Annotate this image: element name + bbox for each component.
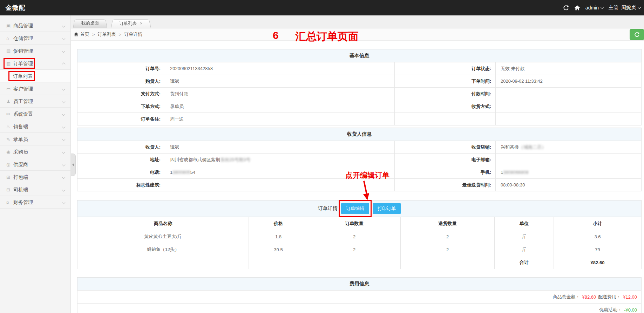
redacted-text: （城南二店） [519,144,546,150]
sidebar-item-customers[interactable]: ▭客户管理 [0,82,70,95]
info-label: 购货人: [77,75,165,88]
sidebar-item-purchaser[interactable]: ◉采购员 [0,145,70,158]
sidebar-item-supplier[interactable]: ◎供应商 [0,158,70,171]
sidebar-item-packing[interactable]: ⊞打包端 [0,171,70,183]
tab-my-desktop[interactable]: 我的桌面 [73,19,107,28]
sidebar-item-products[interactable]: ▣商品管理 [0,19,70,32]
print-order-button[interactable]: 打印订单 [373,203,401,214]
reload-page-button[interactable] [630,29,644,40]
col-header: 价格 [249,217,308,230]
sidebar-item-finance[interactable]: ¤财务管理 [0,196,70,209]
table-row: 优惠活动： -¥0.00 [77,304,642,313]
goods-total-label: 商品总金额： [553,294,580,300]
item-price: 39.5 [249,243,308,256]
redacted-text: 3800805 [172,170,190,175]
mobile-value: 13808066808 [496,166,642,179]
redacted-text: 3808066808 [503,170,528,175]
promo-label: 优惠活动： [599,307,622,313]
col-header: 商品名称 [77,217,249,230]
info-label: 手机: [395,166,496,179]
supplier-icon: ◎ [6,158,13,171]
sidebar-item-settings[interactable]: ✂系统设置 [0,108,70,120]
section-header-receiver-info: 收货人信息 [77,128,642,141]
info-label: 电话: [77,166,165,179]
receiver-info-table: 收货人: 谭斌 收货店铺: 兴和茶楼（城南二店） 地址: 四川省成都市武侯区紫荆… [77,141,642,191]
sidebar-item-warehouse[interactable]: ⌂仓储管理 [0,32,70,45]
edit-order-button[interactable]: 订单编辑 [341,203,369,214]
user-role: 主管 [609,5,618,11]
home-icon[interactable] [574,5,580,11]
sidebar-item-employees[interactable]: ♟员工管理 [0,95,70,108]
info-label [395,113,496,125]
finance-icon: ¤ [6,196,13,209]
info-label: 收货人: [77,141,165,154]
info-label: 标志性建筑: [77,179,165,191]
basic-info-table: 订单号: 20200902113342858 订单状态: 无效 未付款 购货人:… [77,62,642,125]
item-unit: 斤 [495,230,554,243]
warehouse-icon: ⌂ [6,32,13,45]
sidebar-collapse-handle[interactable] [71,154,76,176]
section-header-basic-info: 基本信息 [77,49,642,62]
item-name: 鲜鲍鱼（12头） [77,243,249,256]
breadcrumb-order-detail: 订单详情 [124,31,142,38]
orders-icon: ▥ [6,57,13,70]
breadcrumb-separator: > [92,32,95,37]
annotation-step-title: 汇总订单页面 [296,29,359,44]
sidebar-item-orders[interactable]: ▥订单管理 [0,57,70,70]
table-row: 地址: 四川省成都市武侯区紫荆东街25号附3号 电子邮箱: [77,154,642,166]
sidebar-item-promotion[interactable]: ▤促销管理 [0,45,70,57]
customers-icon: ▭ [6,83,13,95]
total-value: ¥82.60 [554,256,642,269]
tab-order-list[interactable]: 订单列表× [111,19,151,28]
topbar: 金微配 admin 主管 周婉贞 [0,0,644,15]
item-delivery-qty: 2 [401,230,495,243]
totals-row: 合计 ¥82.60 [77,256,642,269]
col-header: 送货数量 [401,217,495,230]
info-label: 下单方式: [77,100,165,113]
admin-label: admin [585,5,599,11]
annotation-edit-hint: 点开编辑订单 [345,170,389,180]
sidebar: ▣商品管理 ⌂仓储管理 ▤促销管理 ▥订单管理 订单列表 ▭客户管理 ♟员工管理… [0,15,71,313]
sidebar-item-sales[interactable]: ♨销售端 [0,120,70,133]
items-header-row: 商品名称 价格 订单数量 送货数量 单位 小计 [77,217,642,230]
annotation-step: 6 汇总订单页面 [273,29,359,44]
order-items-table: 商品名称 价格 订单数量 送货数量 单位 小计 黄皮黄心土豆大/斤 1.8 2 … [77,217,642,269]
sidebar-item-driver[interactable]: ⊟司机端 [0,183,70,196]
total-label: 合计 [495,256,554,269]
tab-close-icon[interactable]: × [140,21,143,26]
current-user-menu[interactable]: 主管 周婉贞 [609,5,640,11]
item-price: 1.8 [249,230,308,243]
sidebar-item-order-list[interactable]: 订单列表 [0,70,70,82]
info-value: 货到付款 [165,88,395,100]
breadcrumb-separator: > [119,32,122,37]
info-label: 订单备注: [77,113,165,125]
info-value [496,88,642,100]
info-value: 2020-09-02 11:33:42 [496,75,642,88]
item-name: 黄皮黄心土豆大/斤 [77,230,249,243]
sidebar-item-order-entry[interactable]: ✎录单员 [0,133,70,145]
table-row: 黄皮黄心土豆大/斤 1.8 2 2 斤 3.6 [77,230,642,243]
user-name: 周婉贞 [621,5,636,11]
table-row: 支付方式: 货到付款 付款时间: [77,88,642,100]
info-label: 地址: [77,154,165,166]
refresh-icon[interactable] [563,5,569,11]
info-label: 付款时间: [395,88,496,100]
info-value: 08:00-08:30 [496,179,642,191]
info-value: 谭斌 [165,75,395,88]
breadcrumb-home[interactable]: 首页 [74,31,89,38]
order-remark-value: 周一送 [165,113,395,125]
info-value [496,113,642,125]
info-label: 收货方式: [395,100,496,113]
info-value [496,154,642,166]
promo-value: -¥0.00 [624,307,637,313]
info-label: 支付方式: [77,88,165,100]
section-header-order-detail: 订单详情 订单编辑 打印订单 [77,200,642,217]
col-header: 单位 [495,217,554,230]
admin-menu[interactable]: admin [585,5,603,11]
table-row: 订单号: 20200902113342858 订单状态: 无效 未付款 [77,62,642,75]
info-value: 无效 未付款 [496,62,642,75]
collapse-arrow-icon [72,163,74,166]
breadcrumb-order-list[interactable]: 订单列表 [98,31,116,38]
section-header-fee-info: 费用信息 [77,277,642,290]
table-row: 收货人: 谭斌 收货店铺: 兴和茶楼（城南二店） [77,141,642,154]
